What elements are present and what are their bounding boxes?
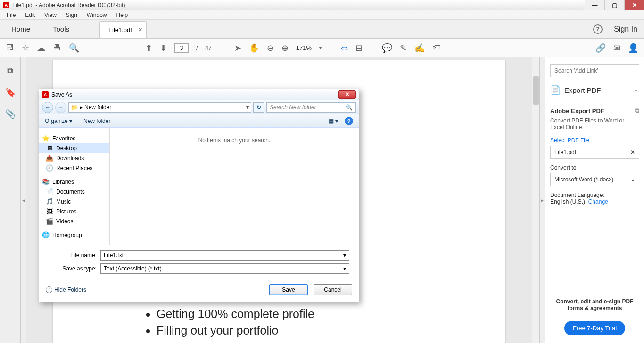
minimize-button[interactable]: — [585,0,604,10]
zoom-in-icon[interactable]: ⊕ [281,43,289,53]
mail-icon[interactable]: ✉ [613,43,620,53]
sign-icon[interactable]: ✍ [414,43,425,53]
print-icon[interactable]: 🖶 [53,43,61,53]
dialog-titlebar: A Save As ✕ [39,89,359,100]
cloud-icon[interactable]: ☁ [37,43,45,53]
clear-file-icon[interactable]: ✕ [630,149,635,155]
profile-icon[interactable]: 👤 [628,43,638,53]
highlight-icon[interactable]: ✎ [400,43,407,53]
savetype-select[interactable]: Text (Accessible) (*.txt) ▾ [100,263,349,274]
new-folder-button[interactable]: New folder [83,118,110,124]
folder-icon: 📁 [71,104,78,111]
menu-window[interactable]: Window [82,11,112,19]
bookmark-icon[interactable]: 🔖 [5,87,16,98]
refresh-button[interactable]: ↻ [253,102,264,113]
dialog-search-input[interactable]: Search New folder 🔍 [266,102,356,113]
page-down-icon[interactable]: ⬇ [160,43,167,53]
change-language-link[interactable]: Change [588,198,608,205]
tree-libraries[interactable]: 📚Libraries [39,177,109,187]
dialog-close-button[interactable]: ✕ [338,90,356,99]
tab-document[interactable]: File1.pdf ✕ [99,21,147,38]
page-total: 47 [205,45,211,51]
dialog-app-icon: A [42,91,49,98]
comment-icon[interactable]: 💬 [382,43,392,53]
save-button[interactable]: Save [269,284,308,295]
export-description: Convert PDF Files to Word or Excel Onlin… [550,117,639,131]
tree-music[interactable]: 🎵Music [39,196,109,206]
empty-list-message: No items match your search. [198,137,271,144]
view-mode-button[interactable]: ▦ ▾ [329,118,338,124]
tree-homegroup[interactable]: 🌐Homegroup [39,230,109,240]
link-icon[interactable]: 🔗 [595,43,606,53]
menu-view[interactable]: View [40,11,61,19]
nav-home[interactable]: Home [0,19,41,38]
chevron-up-icon[interactable]: ︿ [633,86,639,94]
save-icon[interactable]: 🖫 [6,43,14,53]
menu-file[interactable]: File [2,11,20,19]
page-up-icon[interactable]: ⬆ [145,43,152,53]
fit-width-icon[interactable]: ⇔ [341,43,348,53]
menu-edit[interactable]: Edit [20,11,40,19]
magnify-icon[interactable]: 🔍 [69,43,79,53]
cancel-button[interactable]: Cancel [314,284,352,295]
export-pdf-icon: 📄 [550,85,561,95]
left-sidebar: ⧉ 🔖 📎 [0,57,21,343]
copy-icon[interactable]: ⧉ [635,107,639,114]
nav-back-button[interactable]: ← [42,102,53,113]
zoom-out-icon[interactable]: ⊖ [267,43,274,53]
tree-videos[interactable]: 🎬Videos [39,216,109,226]
tree-downloads[interactable]: 📥Downloads [39,153,109,163]
free-trial-button[interactable]: Free 7-Day Trial [564,321,625,335]
tree-desktop[interactable]: 🖥Desktop [39,143,109,153]
tree-documents[interactable]: 📄Documents [39,187,109,196]
stamp-icon[interactable]: 🏷 [432,43,441,53]
filename-input[interactable]: File1.txt ▾ [100,250,349,261]
pointer-icon[interactable]: ➤ [234,43,241,53]
filename-label: File name: [49,252,100,259]
tools-search-input[interactable] [550,64,639,77]
save-as-dialog: A Save As ✕ ← → 📁 ▸ New folder ▾ ↻ Searc… [39,89,359,302]
convert-to-select[interactable]: Microsoft Word (*.docx) ⌄ [550,173,639,186]
doc-language-label: Document Language: [550,192,604,198]
selected-file-box[interactable]: File1.pdf ✕ [550,146,639,159]
vertical-scrollbar[interactable] [532,57,539,343]
organize-menu[interactable]: Organize ▾ [45,118,72,124]
read-mode-icon[interactable]: ⊟ [355,43,363,53]
help-icon[interactable]: ? [593,24,603,34]
dropdown-icon[interactable]: ▾ [343,252,346,259]
export-pdf-label: Export PDF [564,86,601,94]
page-number-input[interactable] [174,43,189,53]
star-icon[interactable]: ☆ [22,43,29,53]
nav-forward-button[interactable]: → [55,102,66,113]
menu-sign[interactable]: Sign [61,11,82,19]
hide-folders-toggle[interactable]: ˄ Hide Folders [46,286,86,293]
dropdown-icon[interactable]: ▾ [343,265,346,272]
zoom-dropdown-icon[interactable]: ▾ [319,45,322,50]
window-close-button[interactable]: ✕ [624,0,644,10]
menu-help[interactable]: Help [112,11,133,19]
maximize-button[interactable]: ▢ [604,0,624,10]
file-list-area[interactable]: No items match your search. [110,128,359,245]
breadcrumb-dropdown-icon[interactable]: ▾ [246,104,249,111]
scrollbar-thumb[interactable] [533,76,539,105]
libraries-icon: 📚 [42,178,50,185]
pictures-icon: 🖼 [46,208,53,215]
tab-close-icon[interactable]: ✕ [138,27,142,33]
thumbnails-icon[interactable]: ⧉ [7,66,13,76]
hand-icon[interactable]: ✋ [249,43,259,53]
page-separator: / [196,45,198,51]
zoom-level[interactable]: 171% [296,44,312,51]
tree-favorites[interactable]: ⭐Favorites [39,133,109,143]
expand-right-handle[interactable]: ▸ [539,57,545,343]
recent-icon: 🕘 [46,164,53,172]
doc-bullet: Filling out your portfolio [157,324,314,337]
sign-in-link[interactable]: Sign In [614,25,637,33]
tree-pictures[interactable]: 🖼Pictures [39,206,109,216]
attachment-icon[interactable]: 📎 [5,109,16,119]
nav-tools[interactable]: Tools [41,19,81,38]
export-pdf-header[interactable]: 📄 Export PDF ︿ [545,82,644,101]
breadcrumb[interactable]: 📁 ▸ New folder ▾ [68,102,251,113]
tree-recent[interactable]: 🕘Recent Places [39,163,109,173]
dialog-help-icon[interactable]: ? [345,117,353,125]
expand-left-handle[interactable]: ◂ [21,57,26,343]
